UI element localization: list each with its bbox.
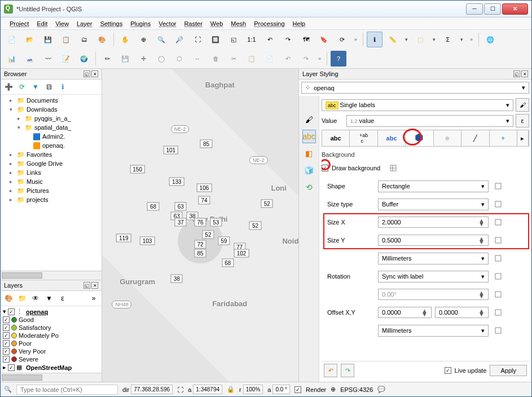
add-group-icon[interactable]: 📁 bbox=[16, 293, 28, 304]
menu-mesh[interactable]: Mesh bbox=[227, 19, 249, 28]
scrollbar-h[interactable] bbox=[1, 271, 102, 280]
save-project-icon[interactable]: 💾 bbox=[40, 32, 56, 47]
labels-tab-icon[interactable]: abc bbox=[302, 130, 316, 143]
history-tab-icon[interactable]: ⟲ bbox=[302, 180, 316, 194]
menu-edit[interactable]: Edit bbox=[33, 19, 51, 28]
browser-item[interactable]: ▸📁Links bbox=[2, 168, 100, 177]
refresh-icon[interactable]: ⟳ bbox=[16, 81, 28, 92]
extents-icon[interactable]: ⛶ bbox=[177, 386, 183, 393]
filter-icon[interactable]: ▼ bbox=[30, 81, 41, 92]
background-tab[interactable]: ⬢ bbox=[406, 130, 433, 146]
undo-icon[interactable]: ↶ bbox=[280, 51, 296, 67]
draw-background-checkbox[interactable]: ✓ bbox=[322, 165, 328, 171]
offset-x-spinner[interactable]: 0.0000▲▼ bbox=[378, 307, 432, 318]
refresh-icon[interactable]: ⟳ bbox=[334, 32, 350, 47]
panel-close-icon[interactable]: ✕ bbox=[521, 70, 528, 77]
menu-layer[interactable]: Layer bbox=[73, 19, 96, 28]
toggle-edit-icon[interactable]: ✏ bbox=[99, 51, 115, 67]
zoom-next-icon[interactable]: ↷ bbox=[280, 32, 296, 47]
redo-style-icon[interactable]: ↷ bbox=[341, 364, 354, 377]
locator-input[interactable] bbox=[16, 385, 118, 395]
menu-project[interactable]: Project bbox=[6, 19, 32, 28]
properties-icon[interactable]: ℹ bbox=[57, 81, 68, 92]
panel-undock-icon[interactable]: ◱ bbox=[83, 70, 90, 77]
data-defined-icon[interactable] bbox=[492, 215, 505, 229]
menu-help[interactable]: Help bbox=[289, 19, 309, 28]
shadow-tab[interactable]: ● bbox=[434, 130, 461, 146]
masks-tab-icon[interactable]: ◧ bbox=[302, 147, 316, 160]
browser-item[interactable]: ▸📁Music bbox=[2, 177, 100, 186]
crs-display[interactable]: EPSG:4326 bbox=[340, 386, 373, 393]
menu-raster[interactable]: Raster bbox=[181, 19, 205, 28]
layer-category[interactable]: ✓Satisfactory bbox=[2, 324, 100, 332]
save-edits-icon[interactable]: 💾 bbox=[117, 51, 133, 67]
value-field-combo[interactable]: 1.2 value▾ bbox=[346, 115, 513, 127]
filter-legend-icon[interactable]: ▼ bbox=[43, 293, 55, 304]
browser-item[interactable]: ▸📁Google Drive bbox=[2, 159, 100, 168]
browser-item[interactable]: 🟧openaq. bbox=[2, 141, 100, 150]
map-canvas[interactable]: New DelhiGurugramFaridabadNoidaBaghpatLo… bbox=[102, 69, 299, 382]
rotation-combo[interactable]: Sync with label▾ bbox=[378, 271, 489, 283]
layer-style-icon[interactable]: 🎨 bbox=[3, 293, 14, 304]
menu-vector[interactable]: Vector bbox=[155, 19, 179, 28]
text-tab[interactable]: abc bbox=[322, 130, 350, 146]
toolbar-overflow-icon[interactable]: » bbox=[316, 56, 323, 61]
undo-style-icon[interactable]: ↶ bbox=[324, 364, 337, 377]
3d-tab-icon[interactable]: 🧊 bbox=[302, 164, 316, 177]
data-defined-icon[interactable] bbox=[492, 270, 505, 283]
data-defined-icon[interactable] bbox=[492, 233, 505, 247]
open-project-icon[interactable]: 📂 bbox=[22, 32, 38, 47]
rotation-spinner[interactable]: 0.0 ° bbox=[272, 385, 290, 394]
offset-y-spinner[interactable]: 0.0000▲▼ bbox=[435, 307, 489, 318]
browser-item[interactable]: 🟦Admin2. bbox=[2, 132, 100, 141]
measure-icon[interactable]: 📏 bbox=[385, 32, 401, 47]
sizetype-combo[interactable]: Buffer▾ bbox=[378, 198, 489, 210]
layer-category[interactable]: ✓Very Poor bbox=[2, 347, 100, 355]
redo-icon[interactable]: ↷ bbox=[298, 51, 314, 67]
label-rules-icon[interactable]: 🖌 bbox=[516, 98, 529, 112]
add-layer-icon[interactable]: ➕ bbox=[3, 81, 14, 92]
sizey-spinner[interactable]: 0.5000▲▼ bbox=[378, 235, 489, 246]
data-defined-icon[interactable] bbox=[492, 179, 505, 193]
panel-close-icon[interactable]: ✕ bbox=[91, 70, 98, 77]
toolbar-overflow-icon[interactable]: » bbox=[468, 37, 475, 42]
delete-icon[interactable]: 🗑 bbox=[208, 51, 223, 67]
layer-category[interactable]: ✓Moderately Po bbox=[2, 332, 100, 339]
data-defined-icon[interactable] bbox=[492, 306, 505, 319]
pan-selection-icon[interactable]: ⊕ bbox=[135, 32, 151, 47]
layer-osm[interactable]: ▸✓ ▦ OpenStreetMap bbox=[2, 363, 100, 372]
deselect-icon[interactable]: Σ bbox=[440, 32, 456, 47]
more-tabs[interactable]: ▸ bbox=[517, 130, 529, 146]
collapse-icon[interactable]: ⊟ bbox=[43, 81, 55, 92]
placement-tab[interactable]: ✦ bbox=[490, 130, 517, 146]
panel-close-icon[interactable]: ✕ bbox=[91, 282, 98, 289]
label-type-combo[interactable]: abc Single labels▾ bbox=[322, 99, 513, 111]
render-checkbox[interactable]: ✓ bbox=[294, 386, 301, 393]
menu-web[interactable]: Web bbox=[207, 19, 226, 28]
add-raster-icon[interactable]: 🗻 bbox=[22, 51, 38, 67]
layer-root[interactable]: ▾✓ ⋮ openaq bbox=[2, 307, 100, 316]
select-icon[interactable]: ⬚ bbox=[412, 32, 428, 47]
add-csv-icon[interactable]: 📝 bbox=[58, 51, 74, 67]
menu-plugins[interactable]: Plugins bbox=[127, 19, 154, 28]
browser-item[interactable]: ▾📁Downloads bbox=[2, 105, 100, 114]
layers-tree[interactable]: ▾✓ ⋮ openaq ✓Good✓Satisfactory✓Moderatel… bbox=[1, 306, 102, 373]
panel-undock-icon[interactable]: ◱ bbox=[513, 70, 520, 77]
copy-icon[interactable]: 📋 bbox=[244, 51, 260, 67]
menu-view[interactable]: View bbox=[52, 19, 72, 28]
data-defined-icon[interactable] bbox=[492, 288, 505, 301]
data-defined-icon[interactable] bbox=[492, 252, 505, 265]
data-defined-icon[interactable] bbox=[492, 197, 505, 211]
zoom-layer-icon[interactable]: ◱ bbox=[226, 32, 241, 47]
layout-manager-icon[interactable]: 🗂 bbox=[76, 32, 92, 47]
menu-settings[interactable]: Settings bbox=[96, 19, 126, 28]
messages-icon[interactable]: 💬 bbox=[377, 386, 385, 393]
expand-icon[interactable]: » bbox=[88, 293, 99, 304]
shape-combo[interactable]: Rectangle▾ bbox=[378, 180, 489, 192]
paste-icon[interactable]: 📄 bbox=[262, 51, 278, 67]
crs-icon[interactable]: ⊕ bbox=[331, 386, 336, 393]
zoom-selection-icon[interactable]: 🔲 bbox=[208, 32, 223, 47]
browser-item[interactable]: ▸📁projects bbox=[2, 195, 100, 204]
apply-button[interactable]: Apply bbox=[490, 365, 527, 376]
add-feature-icon[interactable]: ✚ bbox=[135, 51, 151, 67]
